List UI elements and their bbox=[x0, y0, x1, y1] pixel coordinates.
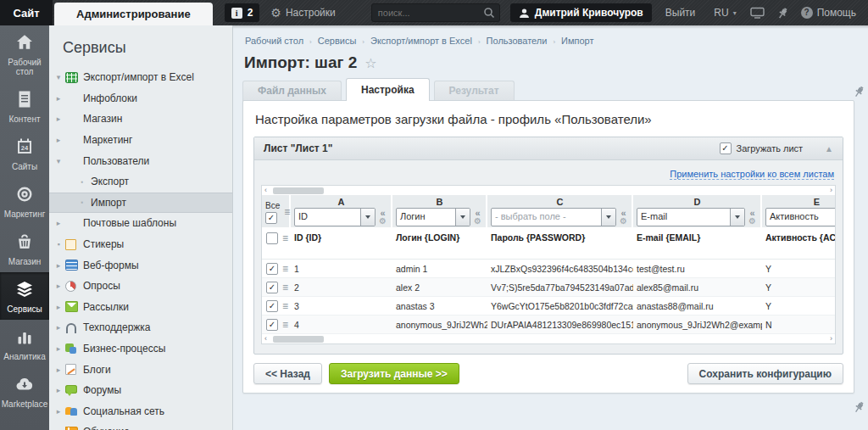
sidebar-item-import[interactable]: ▪ Импорт bbox=[49, 193, 232, 214]
sidebar-item-shop[interactable]: ▸ Магазин bbox=[49, 109, 232, 130]
row-checkbox[interactable]: ✓ bbox=[266, 282, 278, 293]
sidebar-item-blogs[interactable]: ▸ Блоги bbox=[49, 359, 232, 380]
sidebar-item-forums[interactable]: ▸ Форумы bbox=[49, 380, 232, 401]
horizontal-scrollbar-bottom[interactable]: ‹ › bbox=[262, 333, 835, 343]
rail-item-marketing[interactable]: Маркетинг bbox=[0, 177, 49, 225]
admin-view-tab[interactable]: Администрирование bbox=[54, 3, 213, 25]
twisty-collapsed-icon[interactable]: ▸ bbox=[53, 386, 64, 394]
row-menu-icon[interactable]: ≡ bbox=[282, 263, 288, 275]
language-selector[interactable]: RU ▾ bbox=[714, 7, 736, 19]
select-all-rows-checkbox[interactable] bbox=[266, 232, 278, 244]
sidebar-item-polls[interactable]: ▸ Опросы bbox=[49, 276, 232, 297]
twisty-collapsed-icon[interactable]: ▸ bbox=[53, 136, 64, 144]
column-c-field-select[interactable]: - выбрать поле - bbox=[491, 208, 616, 226]
sidebar-item-support[interactable]: ▸ Техподдержка bbox=[49, 317, 232, 338]
rail-item-shop[interactable]: Магазин bbox=[0, 225, 49, 272]
column-d-field-select[interactable]: E-mail bbox=[637, 208, 745, 226]
row-checkbox[interactable]: ✓ bbox=[266, 263, 278, 275]
breadcrumb-link[interactable]: Экспорт/импорт в Excel bbox=[370, 36, 472, 46]
notifications-button[interactable]: i 2 bbox=[225, 3, 260, 22]
user-menu-button[interactable]: Дмитрий Кривочуров bbox=[510, 3, 652, 22]
scrollbar-thumb[interactable] bbox=[273, 336, 324, 343]
twisty-expanded-icon[interactable]: ▾ bbox=[53, 73, 64, 81]
column-e-field-select[interactable]: Активность bbox=[765, 208, 836, 226]
breadcrumb-link[interactable]: Сервисы bbox=[318, 36, 357, 46]
pin-icon[interactable] bbox=[853, 400, 865, 417]
tab-settings[interactable]: Настройка bbox=[346, 78, 430, 101]
sidebar-item-export[interactable]: ▪ Экспорт bbox=[49, 171, 232, 193]
load-data-button[interactable]: Загрузить данные >> bbox=[329, 363, 459, 384]
rail-item-desktop[interactable]: Рабочий стол bbox=[0, 25, 49, 82]
tab-data-file[interactable]: Файл данных bbox=[242, 81, 342, 101]
scroll-left-icon[interactable]: ‹ bbox=[264, 186, 267, 195]
search-icon[interactable] bbox=[483, 7, 495, 19]
rail-item-sites[interactable]: 24 Сайты bbox=[0, 130, 49, 177]
dropdown-arrow-icon[interactable] bbox=[601, 209, 615, 226]
apply-all-sheets-link[interactable]: Применить настройки ко всем листам bbox=[670, 169, 834, 180]
sidebar-item-excel-export-import[interactable]: ▾ Экспорт/импорт в Excel bbox=[49, 67, 232, 88]
tab-result[interactable]: Результат bbox=[434, 81, 515, 101]
twisty-collapsed-icon[interactable]: ▸ bbox=[53, 282, 64, 290]
menu-handle-icon[interactable]: ≡ bbox=[282, 232, 288, 244]
column-b-field-select[interactable]: Логин bbox=[396, 208, 470, 226]
sidebar-item-newsletters[interactable]: ▸ Рассылки bbox=[49, 297, 232, 318]
sidebar-item-business-processes[interactable]: ▸ Бизнес-процессы bbox=[49, 338, 232, 360]
sidebar-item-marketing[interactable]: ▸ Маркетинг bbox=[49, 130, 232, 151]
help-link[interactable]: ? Помощь bbox=[801, 7, 856, 19]
pin-icon[interactable] bbox=[853, 85, 865, 102]
rail-item-marketplace[interactable]: Marketplace bbox=[0, 367, 49, 415]
sidebar-item-users[interactable]: ▾ Пользователи bbox=[49, 150, 232, 171]
horizontal-scrollbar-top[interactable]: ‹ › bbox=[262, 186, 835, 195]
row-menu-icon[interactable]: ≡ bbox=[282, 319, 288, 331]
dropdown-arrow-icon[interactable] bbox=[730, 209, 744, 226]
rail-item-analytics[interactable]: Аналитика bbox=[0, 320, 49, 367]
back-button[interactable]: << Назад bbox=[253, 363, 322, 384]
sidebar-item-infoblocks[interactable]: ▸ Инфоблоки bbox=[49, 88, 232, 109]
twisty-collapsed-icon[interactable]: ▸ bbox=[53, 261, 64, 270]
rail-item-services[interactable]: Сервисы bbox=[0, 272, 49, 320]
breadcrumb-link[interactable]: Пользователи bbox=[487, 36, 548, 46]
dropdown-arrow-icon[interactable] bbox=[360, 209, 375, 226]
save-config-button[interactable]: Сохранить конфигурацию bbox=[687, 363, 843, 384]
hotkeys-button[interactable] bbox=[750, 7, 765, 19]
collapse-panel-icon[interactable]: ▲ bbox=[825, 144, 833, 154]
sidebar-item-mail-templates[interactable]: ▸ Почтовые шаблоны bbox=[49, 213, 232, 234]
breadcrumb-link[interactable]: Импорт bbox=[561, 36, 593, 46]
dropdown-arrow-icon[interactable] bbox=[455, 209, 470, 226]
sidebar-item-social-network[interactable]: ▸ Социальная сеть bbox=[49, 401, 232, 422]
column-settings-icon[interactable]: ⚙ bbox=[474, 217, 481, 226]
column-settings-icon[interactable]: ⚙ bbox=[379, 217, 387, 226]
twisty-collapsed-icon[interactable]: ▸ bbox=[53, 323, 64, 332]
scroll-right-icon[interactable]: › bbox=[830, 186, 832, 195]
sidebar-item-stickers[interactable]: ▪ Стикеры bbox=[49, 234, 232, 255]
row-menu-icon[interactable]: ≡ bbox=[282, 300, 288, 312]
column-settings-icon[interactable]: ⚙ bbox=[620, 217, 627, 226]
breadcrumb-link[interactable]: Рабочий стол bbox=[245, 36, 303, 46]
column-a-field-select[interactable]: ID bbox=[294, 208, 376, 226]
twisty-collapsed-icon[interactable]: ▸ bbox=[53, 344, 64, 353]
logout-link[interactable]: Выйти bbox=[665, 7, 696, 19]
twisty-collapsed-icon[interactable]: ▸ bbox=[53, 407, 64, 416]
column-settings-icon[interactable]: ⚙ bbox=[748, 217, 756, 226]
twisty-collapsed-icon[interactable]: ▸ bbox=[53, 303, 64, 311]
menu-handle-icon[interactable]: ≡ bbox=[284, 206, 290, 218]
twisty-collapsed-icon[interactable]: ▸ bbox=[53, 94, 64, 103]
twisty-collapsed-icon[interactable]: ▸ bbox=[53, 219, 64, 227]
scrollbar-thumb[interactable] bbox=[273, 187, 324, 194]
pin-topbar-button[interactable] bbox=[776, 7, 789, 20]
rail-item-content[interactable]: Контент bbox=[0, 82, 49, 130]
favorite-star-icon[interactable]: ☆ bbox=[364, 55, 376, 71]
scroll-right-icon[interactable]: › bbox=[830, 334, 832, 343]
sidebar-item-learning[interactable]: ▸ Обучение bbox=[49, 422, 232, 430]
row-checkbox[interactable]: ✓ bbox=[266, 300, 278, 312]
twisty-collapsed-icon[interactable]: ▸ bbox=[53, 366, 64, 374]
load-sheet-checkbox[interactable]: ✓ bbox=[720, 142, 732, 154]
twisty-collapsed-icon[interactable]: ▸ bbox=[53, 114, 64, 123]
select-all-checkbox[interactable]: ✓ bbox=[265, 212, 277, 224]
row-checkbox[interactable]: ✓ bbox=[266, 319, 278, 331]
scroll-left-icon[interactable]: ‹ bbox=[264, 334, 267, 343]
site-view-tab[interactable]: Сайт bbox=[0, 0, 53, 25]
twisty-expanded-icon[interactable]: ▾ bbox=[53, 157, 64, 165]
sidebar-item-web-forms[interactable]: ▸ Веб-формы bbox=[49, 254, 232, 276]
settings-button[interactable]: ⚙ Настройки bbox=[270, 7, 335, 19]
